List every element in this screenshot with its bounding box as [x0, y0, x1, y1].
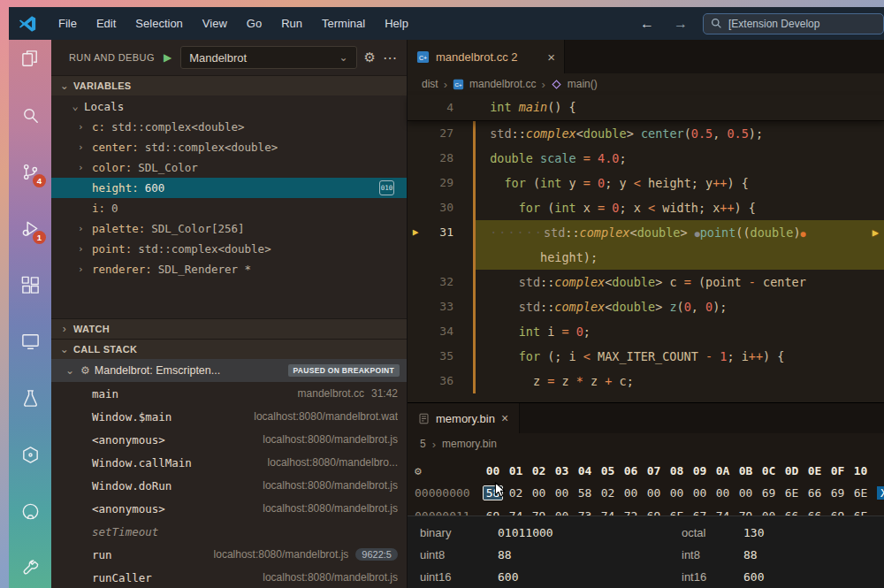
scope-label: Locals	[84, 100, 124, 113]
callstack-frame[interactable]: runCallerlocalhost:8080/mandelbrot.js	[51, 566, 407, 588]
code-line[interactable]: 4 int main() {	[408, 95, 884, 120]
code-text: for (int x = 0; x < width; x++) {	[476, 195, 756, 220]
line-body: std::complex<double> c = (point - center	[473, 270, 884, 294]
callstack-frame[interactable]: Window.callMainlocalhost:8080/mandelbro.…	[51, 451, 407, 474]
start-debug-button[interactable]: ▶	[162, 51, 173, 64]
hex-byte[interactable]: 00	[644, 486, 663, 500]
scope-locals[interactable]: ⌄ Locals	[51, 95, 407, 117]
search-icon	[711, 18, 722, 29]
hexagon-extension-icon[interactable]	[15, 439, 45, 470]
code-line[interactable]: 30 for (int x = 0; x < width; x++) {	[408, 195, 884, 220]
view-binary-data-icon[interactable]: 010	[379, 180, 394, 195]
testing-icon[interactable]	[15, 383, 45, 413]
menu-edit[interactable]: Edit	[88, 13, 125, 34]
extensions-icon[interactable]	[15, 270, 45, 300]
memory-breadcrumb-file[interactable]: memory.bin	[442, 438, 497, 450]
variable-row[interactable]: ›renderer:SDL_Renderer *	[51, 259, 407, 279]
code-line[interactable]: 33 std::complex<double> z(0, 0);	[408, 294, 884, 319]
close-icon[interactable]: ×	[501, 411, 508, 425]
callstack-frame[interactable]: <anonymous>localhost:8080/mandelbrot.js	[51, 428, 407, 451]
line-body: height);	[473, 245, 884, 270]
hex-row[interactable]: 00000000580200005802000000000000696E6669…	[415, 481, 884, 504]
watch-section-label: WATCH	[73, 324, 110, 334]
callstack-frame[interactable]: Window.doRunlocalhost:8080/mandelbrot.js	[51, 474, 407, 497]
frame-name: main	[92, 387, 118, 401]
variable-row[interactable]: ›palette:SDL_Color[256]	[51, 218, 407, 239]
menu-selection[interactable]: Selection	[126, 13, 191, 34]
memory-settings-gear-icon[interactable]: ⚙	[415, 464, 432, 477]
menu-go[interactable]: Go	[238, 13, 271, 34]
variable-row[interactable]: ›c:std::complex<double>	[51, 117, 407, 137]
menu-terminal[interactable]: Terminal	[313, 13, 374, 34]
hex-byte[interactable]: 00	[690, 486, 709, 500]
variable-row[interactable]: ›point:std::complex<double>	[51, 239, 407, 259]
callstack-frame[interactable]: mainmandelbrot.cc31:42	[51, 382, 407, 405]
run-and-debug-icon[interactable]: 1	[15, 213, 45, 243]
hex-byte[interactable]: 00	[530, 486, 548, 500]
hex-byte[interactable]: 69	[828, 486, 847, 500]
hex-byte[interactable]: 00	[552, 486, 571, 500]
variable-row[interactable]: height:600010	[51, 178, 407, 198]
code-line[interactable]: 28 double scale = 4.0;	[408, 146, 884, 171]
hex-byte[interactable]: 69	[759, 486, 778, 500]
frame-name: <anonymous>	[92, 502, 165, 515]
back-icon[interactable]: ←	[630, 16, 664, 32]
variable-row[interactable]: ›center:std::complex<double>	[51, 137, 407, 157]
breadcrumb-file[interactable]: mandelbrot.cc	[469, 78, 536, 90]
github-icon[interactable]	[15, 496, 45, 526]
code-line[interactable]: ▶31 ······std::complex<double> ●point((d…	[408, 220, 884, 245]
launch-config-dropdown[interactable]: Mandelbrot ⌄	[180, 46, 356, 69]
explorer-icon[interactable]	[15, 43, 45, 73]
code-line[interactable]: 27 std::complex<double> center(0.5, 0.5)…	[408, 121, 884, 146]
code-line[interactable]: height);	[408, 245, 884, 270]
menu-view[interactable]: View	[194, 13, 236, 34]
memory-breadcrumb-index[interactable]: 5	[420, 438, 426, 450]
hex-byte[interactable]: 00	[736, 486, 755, 500]
hex-byte[interactable]: 58	[575, 486, 594, 500]
tab-mandelbrot-cc[interactable]: C+ mandelbrot.cc 2 ×	[408, 40, 565, 73]
watch-section-header[interactable]: › WATCH	[51, 318, 407, 339]
variable-row[interactable]: ›color:SDL_Color	[51, 157, 407, 178]
code-line[interactable]: 32 std::complex<double> c = (point - cen…	[408, 270, 884, 294]
remote-explorer-icon[interactable]	[15, 326, 45, 356]
code-line[interactable]: 35 for (; i < MAX_ITER_COUNT - 1; i++) {	[408, 344, 884, 369]
titlebar-search[interactable]: [Extension Develop	[703, 13, 884, 34]
code-line[interactable]: 34 int i = 0;	[408, 319, 884, 344]
variable-row[interactable]: i:0	[51, 198, 407, 218]
code-line[interactable]: 36 z = z * z + c;	[408, 369, 884, 393]
menu-run[interactable]: Run	[272, 13, 311, 34]
hex-byte[interactable]: 00	[621, 486, 640, 500]
search-icon[interactable]	[15, 100, 45, 130]
source-control-icon[interactable]: 4	[15, 157, 45, 187]
tools-icon[interactable]	[15, 553, 45, 583]
hex-byte[interactable]: 00	[713, 486, 732, 500]
tab-memory-bin[interactable]: memory.bin ×	[408, 403, 520, 433]
menu-file[interactable]: File	[50, 13, 86, 34]
hex-byte[interactable]: 6E	[851, 486, 870, 500]
breadcrumb-symbol[interactable]: main()	[568, 78, 598, 90]
frame-source: localhost:8080/mandelbrot.wat	[254, 410, 398, 423]
forward-icon[interactable]: →	[664, 16, 697, 32]
callstack-frame[interactable]: Window.$mainlocalhost:8080/mandelbrot.wa…	[51, 405, 407, 428]
code-line[interactable]: 29 for (int y = 0; y < height; y++) {	[408, 171, 884, 195]
debug-settings-gear-icon[interactable]: ⚙	[364, 50, 376, 65]
hex-column-header: 02	[530, 464, 548, 477]
hex-byte[interactable]: 66	[805, 486, 824, 500]
callstack-section-header[interactable]: ⌄ CALL STACK	[51, 339, 407, 359]
hex-byte[interactable]: 00	[667, 486, 686, 500]
hex-byte[interactable]: 02	[598, 486, 617, 500]
line-body: int i = 0;	[473, 319, 884, 344]
callstack-frame[interactable]: <anonymous>localhost:8080/mandelbrot.js	[51, 497, 407, 520]
breadcrumb-folder[interactable]: dist	[422, 78, 438, 90]
menu-help[interactable]: Help	[376, 13, 417, 34]
debug-session-row[interactable]: ⌄ ⚙ Mandelbrot: Emscripten... PAUSED ON …	[51, 359, 407, 382]
menubar: FileEditSelectionViewGoRunTerminalHelp	[50, 13, 417, 34]
close-icon[interactable]: ×	[547, 50, 555, 65]
sticky-scroll-line[interactable]: 4 int main() {	[408, 95, 884, 121]
more-actions-icon[interactable]: ⋯	[383, 50, 398, 66]
callstack-frame[interactable]: runlocalhost:8080/mandelbrot.js9622:5	[51, 543, 407, 566]
hex-byte[interactable]: 6E	[782, 486, 801, 500]
callstack-frame[interactable]: setTimeout	[51, 520, 407, 543]
frame-name: Window.doRun	[92, 479, 171, 493]
variables-section-header[interactable]: ⌄ VARIABLES	[51, 75, 407, 95]
